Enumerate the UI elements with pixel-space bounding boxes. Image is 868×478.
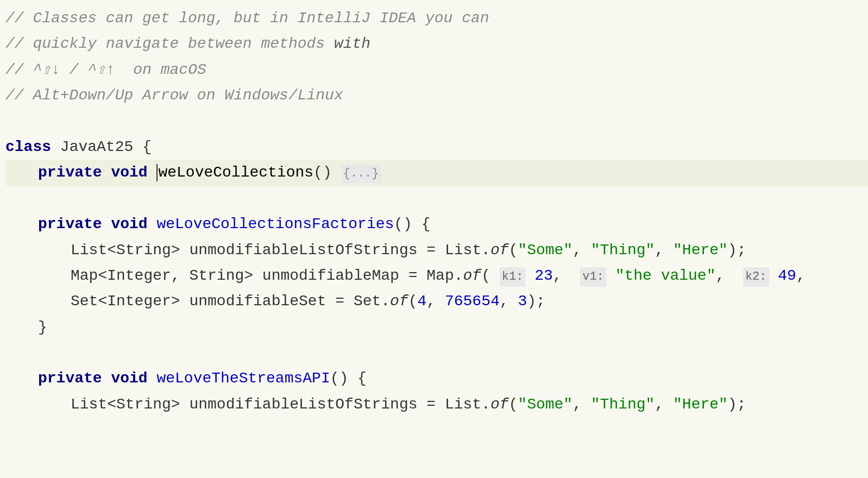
method-collapsed-line: private void weLoveCollections() {...} [5, 160, 868, 185]
keyword-private3: private [38, 367, 111, 390]
num-765654: 765654 [445, 290, 500, 313]
comma2: , [655, 238, 673, 262]
streams-string-here: "Here" [673, 393, 728, 416]
streams-method-declaration: private void weLoveTheStreamsAPI() { [5, 366, 868, 391]
code-line: // Alt+Down/Up Arrow on Windows/Linux [5, 83, 868, 108]
map-of-method: of [463, 264, 482, 287]
streams-list-type: List<String> unmodifiableListOfStrings =… [71, 393, 490, 416]
comment-text: // ^⇧↓ / ^⇧↑ on macOS [5, 58, 206, 81]
factories-parens: () { [394, 212, 430, 236]
map-line: Map<Integer, String> unmodifiableMap = M… [5, 263, 868, 288]
list-string-line: List<String> unmodifiableListOfStrings =… [5, 237, 868, 263]
string-here: "Here" [673, 238, 728, 262]
space1 [525, 264, 534, 287]
class-name: JavaAt25 { [60, 135, 152, 159]
class-declaration: class JavaAt25 { [5, 134, 868, 160]
blank-line [5, 186, 868, 211]
blank-line [5, 109, 868, 134]
string-some: "Some" [518, 238, 573, 262]
method-name-factories: weLoveCollectionsFactories [156, 212, 394, 236]
num-23: 23 [534, 264, 553, 287]
list-semicolon: ); [728, 238, 746, 262]
param-k2: k2: [743, 267, 769, 287]
keyword-private: private [38, 161, 111, 184]
comma6: , [500, 290, 518, 313]
code-editor: // Classes can get long, but in IntelliJ… [0, 0, 868, 478]
streams-of-method: of [490, 393, 509, 416]
list-paren-open: ( [509, 238, 518, 262]
keyword-void: void [111, 161, 156, 184]
set-line: Set<Integer> unmodifiableSet = Set.of(4,… [5, 288, 868, 314]
param-k1: k1: [500, 267, 526, 287]
num-4: 4 [418, 290, 427, 313]
keyword-class: class [5, 135, 60, 159]
comma5: , [426, 290, 445, 313]
comment-text: // quickly navigate between methods with [5, 32, 370, 55]
keyword-void2: void [111, 212, 156, 236]
method-name-collections: weLoveCollections [158, 161, 313, 184]
param-v1: v1: [580, 267, 606, 287]
method-parens: () [313, 161, 341, 184]
map-type: Map<Integer, String> unmodifiableMap = M… [71, 264, 463, 287]
streams-string-thing: "Thing" [591, 393, 655, 416]
close-brace-line: } [5, 315, 868, 340]
comment-text: // Classes can get long, but in IntelliJ… [5, 7, 489, 30]
collapse-indicator: {...} [341, 165, 381, 183]
set-semicolon: ); [527, 290, 545, 313]
list-type: List<String> unmodifiableListOfStrings =… [71, 238, 490, 262]
num-3: 3 [518, 290, 527, 313]
method-name-streams: weLoveTheStreamsAPI [156, 367, 330, 390]
streams-semicolon: ); [728, 393, 746, 416]
string-thing: "Thing" [591, 238, 655, 262]
comma1: , [573, 238, 591, 262]
streams-string-some: "Some" [518, 393, 573, 416]
streams-parens: () { [330, 367, 367, 390]
of-method: of [490, 238, 509, 262]
streams-comma1: , [573, 393, 591, 416]
close-brace: } [38, 316, 47, 339]
code-line: // quickly navigate between methods with [5, 31, 868, 56]
set-type: Set<Integer> unmodifiableSet = Set. [71, 290, 390, 313]
string-the-value: "the value" [615, 264, 716, 287]
comma3: , [553, 264, 580, 287]
keyword-void3: void [111, 367, 156, 390]
keyword-private2: private [38, 212, 111, 236]
streams-paren-open: ( [509, 393, 518, 416]
streams-list-line: List<String> unmodifiableListOfStrings =… [5, 392, 868, 417]
blank-line2 [5, 340, 868, 366]
map-paren-open: ( [481, 264, 500, 287]
set-paren-open: ( [408, 290, 418, 313]
space3 [769, 264, 778, 287]
comment-text: // Alt+Down/Up Arrow on Windows/Linux [5, 84, 343, 107]
method-factories-declaration: private void weLoveCollectionsFactories(… [5, 211, 868, 237]
set-of-method: of [390, 290, 408, 313]
comma4: , [715, 264, 743, 287]
space2 [606, 264, 615, 287]
streams-comma2: , [655, 393, 673, 416]
code-line: // Classes can get long, but in IntelliJ… [5, 5, 868, 31]
trailing-comma: , [796, 264, 806, 287]
num-49: 49 [778, 264, 796, 287]
code-line: // ^⇧↓ / ^⇧↑ on macOS [5, 57, 868, 83]
